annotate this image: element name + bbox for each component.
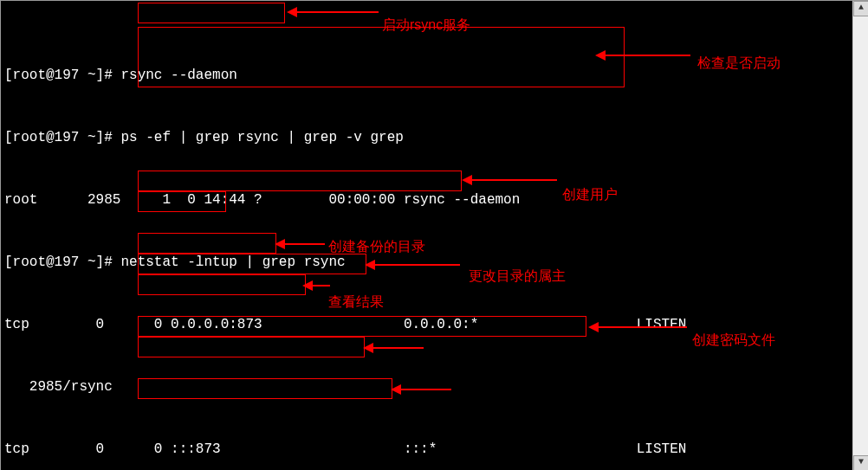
redbox-4 xyxy=(138,233,276,254)
cmd-netstat: netstat -lntup | grep rsync xyxy=(120,254,345,270)
terminal-window: [root@197 ~]# rsync --daemon [root@197 ~… xyxy=(0,0,868,470)
arrow-icon xyxy=(283,243,325,245)
arrow-icon xyxy=(604,55,690,56)
terminal[interactable]: [root@197 ~]# rsync --daemon [root@197 ~… xyxy=(1,1,853,470)
prompt: [root@197 ~]# xyxy=(4,254,120,270)
output-netstat1: tcp 0 0 0.0.0.0:873 0.0.0.0:* LISTEN xyxy=(4,317,686,332)
prompt: [root@197 ~]# xyxy=(4,68,120,83)
scroll-down-button[interactable]: ▼ xyxy=(853,455,868,470)
arrow-icon xyxy=(470,179,557,181)
vertical-scrollbar[interactable]: ▲ ▼ xyxy=(852,1,868,470)
arrow-icon xyxy=(295,11,379,13)
annotation-start-rsync: 启动rsync服务 xyxy=(382,15,470,35)
output-netstat3: tcp 0 0 :::873 :::* LISTEN xyxy=(4,441,686,457)
output-ps: root 2985 1 0 14:44 ? 00:00:00 rsync --d… xyxy=(4,192,520,208)
cmd-rsync-daemon: rsync --daemon xyxy=(120,68,236,83)
scroll-up-button[interactable]: ▲ xyxy=(853,1,868,16)
arrow-icon xyxy=(372,347,424,349)
redbox-3 xyxy=(138,171,462,191)
cmd-ps: ps -ef | grep rsync | grep -v grep xyxy=(120,130,403,145)
annotation-check-result: 查看结果 xyxy=(328,292,384,312)
redbox-8 xyxy=(138,337,365,357)
arrow-icon xyxy=(311,285,330,287)
redbox-1 xyxy=(138,3,285,23)
redbox-6 xyxy=(138,274,306,295)
prompt: [root@197 ~]# xyxy=(4,130,120,145)
output-netstat2: 2985/rsync xyxy=(4,379,113,395)
